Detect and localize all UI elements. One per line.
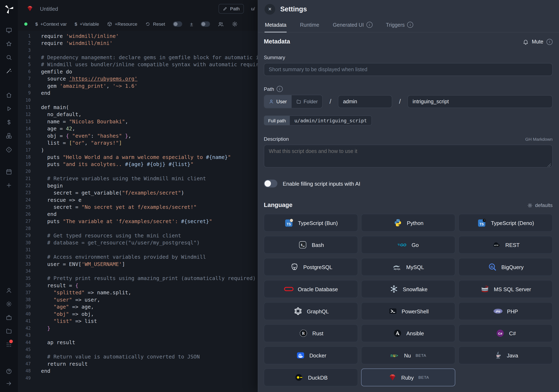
- language-button-mysql[interactable]: MySQLMySQL: [361, 258, 455, 276]
- language-button-bash[interactable]: $Bash: [264, 236, 358, 254]
- tab-runtime[interactable]: Runtime: [299, 19, 319, 33]
- info-icon[interactable]: [407, 22, 413, 28]
- language-button-powershell[interactable]: PowerShell: [361, 302, 455, 320]
- code-line: 34: [18, 268, 258, 275]
- language-button-duckdb[interactable]: DuckDB: [264, 368, 358, 386]
- folder-icon[interactable]: [0, 326, 18, 336]
- diff-icon[interactable]: ±: [190, 21, 193, 27]
- editor-toggle-1[interactable]: [173, 21, 182, 27]
- reset-button[interactable]: Reset: [145, 21, 165, 27]
- language-label: BigQuery: [501, 264, 524, 270]
- play-icon[interactable]: [0, 104, 18, 114]
- wand-icon[interactable]: [0, 66, 18, 76]
- language-grid: TSTypeScript (Bun)PythonTSTypeScript (De…: [264, 214, 553, 386]
- defaults-button[interactable]: defaults: [527, 202, 553, 208]
- language-button-bigquery[interactable]: BigQuery: [458, 258, 553, 276]
- language-label: Bash: [312, 242, 324, 248]
- owner-kind-folder[interactable]: Folder: [291, 95, 322, 108]
- language-button-rust[interactable]: RRust: [264, 324, 358, 342]
- owner-kind-user[interactable]: User: [264, 95, 291, 108]
- line-number: 16: [18, 139, 31, 146]
- plus-icon[interactable]: [0, 180, 18, 190]
- language-button-java[interactable]: JavaJava: [458, 346, 553, 364]
- language-button-nu[interactable]: nu>NuBETA: [361, 346, 455, 364]
- editor-toggle-2[interactable]: [201, 21, 210, 27]
- info-icon[interactable]: [547, 39, 553, 45]
- briefcase-icon[interactable]: [0, 312, 18, 322]
- language-button-ruby[interactable]: RubyBETA: [361, 368, 455, 386]
- language-label: Snowflake: [403, 286, 428, 292]
- svg-text:nu>: nu>: [391, 353, 398, 358]
- ai-fill-toggle[interactable]: [264, 180, 277, 188]
- help-icon[interactable]: [0, 366, 18, 376]
- gear-icon[interactable]: [0, 299, 18, 309]
- status-dot: [24, 22, 27, 26]
- language-button-postgresql[interactable]: PostgreSQL: [264, 258, 358, 276]
- language-button-ms-sql-server[interactable]: MS SQL Server: [458, 280, 553, 298]
- language-button-snowflake[interactable]: Snowflake: [361, 280, 455, 298]
- code-line: 24 rescue => e: [18, 196, 258, 203]
- info-icon[interactable]: [366, 22, 372, 28]
- code-line: 42 }: [18, 325, 258, 332]
- alert-diamond-icon[interactable]: [0, 145, 18, 155]
- language-button-docker[interactable]: Docker: [264, 346, 358, 364]
- ai-fill-label: Enable filling script inputs with AI: [283, 181, 360, 186]
- language-button-c-[interactable]: C#C#: [458, 324, 553, 342]
- language-button-go[interactable]: GOGo: [361, 236, 455, 254]
- calendar-icon[interactable]: [0, 167, 18, 177]
- nu-icon: nu>: [390, 351, 400, 360]
- path-separator: /: [330, 98, 331, 105]
- dollar-icon[interactable]: [0, 117, 18, 127]
- home-icon[interactable]: [0, 90, 18, 100]
- language-button-typescript-deno-[interactable]: TSTypeScript (Deno): [458, 214, 553, 232]
- add-resource-button[interactable]: +Resource: [107, 21, 137, 27]
- user-icon[interactable]: [0, 285, 18, 295]
- tab-generated-ui[interactable]: Generated UI: [333, 19, 373, 33]
- line-number: 6: [18, 68, 31, 75]
- language-button-oracle-database[interactable]: Oracle Database: [264, 280, 358, 298]
- line-number: 32: [18, 253, 31, 260]
- path-button[interactable]: Path: [219, 4, 244, 13]
- add-variable-button[interactable]: $ +Variable: [75, 21, 99, 27]
- script-title-input[interactable]: [39, 5, 126, 12]
- path-name-input[interactable]: [408, 95, 553, 108]
- collaborators-icon[interactable]: [218, 21, 224, 27]
- language-label: Java: [507, 352, 518, 358]
- close-icon[interactable]: ×: [265, 4, 275, 15]
- pencil-icon: [223, 6, 228, 11]
- info-icon[interactable]: [277, 86, 283, 92]
- description-textarea[interactable]: [264, 145, 553, 167]
- editor-settings-icon[interactable]: [232, 21, 238, 27]
- add-context-var-button[interactable]: $ +Context var: [35, 21, 67, 27]
- windmill-logo-icon[interactable]: [4, 4, 14, 14]
- language-label: Docker: [309, 352, 326, 358]
- line-number: 17: [18, 146, 31, 154]
- notification-dot: [9, 339, 13, 344]
- line-number: 11: [18, 104, 31, 111]
- dollar-icon: $: [35, 21, 38, 27]
- language-button-ansible[interactable]: Ansible: [361, 324, 455, 342]
- arrow-right-icon[interactable]: [0, 379, 18, 389]
- tab-metadata[interactable]: Metadata: [265, 19, 287, 33]
- code-editor[interactable]: 1require 'windmill/inline'2require 'wind…: [18, 31, 258, 392]
- line-number: 35: [18, 275, 31, 282]
- language-button-php[interactable]: phpPHP: [458, 302, 553, 320]
- grid-icon[interactable]: [0, 340, 18, 350]
- language-button-typescript-bun-[interactable]: TSTypeScript (Bun): [264, 214, 358, 232]
- language-button-rest[interactable]: HTTPREST: [458, 236, 553, 254]
- star-icon[interactable]: [0, 39, 18, 49]
- language-button-graphql[interactable]: GraphQL: [264, 302, 358, 320]
- summary-input[interactable]: [264, 63, 553, 76]
- monitor-icon[interactable]: [0, 25, 18, 35]
- tab-triggers[interactable]: Triggers: [385, 19, 413, 33]
- path-owner-input[interactable]: [338, 95, 392, 108]
- blocks-icon[interactable]: [0, 131, 18, 141]
- code-line: 32 # Access environment variables provid…: [18, 253, 258, 260]
- line-number: 46: [18, 353, 31, 360]
- gear-icon: [527, 203, 533, 208]
- language-button-python[interactable]: Python: [361, 214, 455, 232]
- code-line: 7 source 'https://rubygems.org': [18, 75, 258, 82]
- search-icon[interactable]: [0, 52, 18, 62]
- code-line: 38 "user" => user,: [18, 296, 258, 303]
- mute-button[interactable]: Mute: [522, 39, 553, 45]
